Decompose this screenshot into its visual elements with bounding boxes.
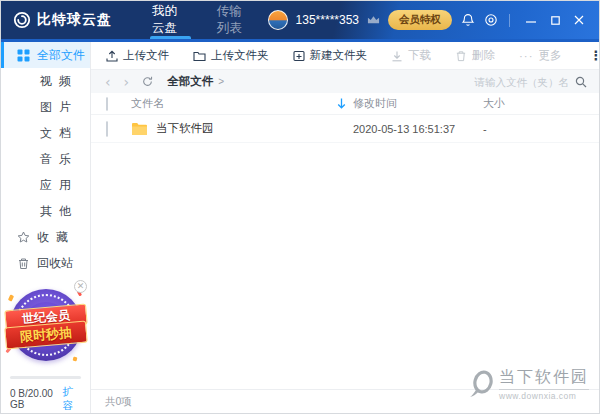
column-header-name[interactable]: 文件名 <box>131 96 329 111</box>
item-count: 共0项 <box>105 395 132 409</box>
sidebar-item-videos[interactable]: 视频 <box>1 68 90 94</box>
sidebar-item-others[interactable]: 其他 <box>1 198 90 224</box>
title-bar: 比特球云盘 我的云盘 传输列表 135*****353 会员特权 <box>1 1 599 39</box>
watermark-site-name: 当下软件园 <box>499 367 589 388</box>
sidebar-item-label: 文档 <box>40 125 78 142</box>
promo-badge[interactable]: 世纪会员 限时秒抽 <box>7 285 85 365</box>
sidebar-item-images[interactable]: 图片 <box>1 94 90 120</box>
sidebar-item-label: 回收站 <box>37 255 73 272</box>
toolbar: 上传文件 上传文件夹 新建文件夹 下载 删除 <box>91 42 599 69</box>
upload-file-button[interactable]: 上传文件 <box>106 48 169 63</box>
delete-button[interactable]: 删除 <box>455 48 495 63</box>
main-tabs: 我的云盘 传输列表 <box>138 1 268 39</box>
back-arrow-icon[interactable]: ‹ <box>105 75 111 89</box>
sidebar-item-label: 全部文件 <box>37 47 85 64</box>
sort-desc-icon[interactable] <box>337 98 346 109</box>
watermark-site-url: www.downxia.com <box>499 389 589 401</box>
promo-banner: ✕ 世纪会员 限时秒抽 <box>1 278 90 372</box>
upload-icon <box>106 50 118 62</box>
minimize-button[interactable] <box>521 10 541 30</box>
confetti <box>72 357 77 362</box>
sidebar-item-documents[interactable]: 文档 <box>1 120 90 146</box>
crown-icon <box>367 15 380 25</box>
settings-icon[interactable] <box>483 13 498 28</box>
vip-privileges-button[interactable]: 会员特权 <box>388 10 452 30</box>
search-input[interactable] <box>459 76 569 88</box>
search-icon[interactable] <box>575 76 587 88</box>
kebab-menu-icon[interactable]: ⋮ <box>586 49 600 62</box>
refresh-icon[interactable] <box>142 76 153 87</box>
select-all-checkbox[interactable] <box>106 97 108 111</box>
file-name: 当下软件园 <box>156 121 214 136</box>
tab-my-cloud[interactable]: 我的云盘 <box>138 1 203 39</box>
maximize-button[interactable] <box>545 10 565 30</box>
download-icon <box>391 50 403 62</box>
breadcrumb-bar: ‹ › 全部文件 > <box>91 69 599 93</box>
sidebar-item-recycle-bin[interactable]: 回收站 <box>1 250 90 276</box>
sidebar-item-apps[interactable]: 应用 <box>1 172 90 198</box>
new-folder-button[interactable]: 新建文件夹 <box>293 48 368 63</box>
sidebar-item-label: 图片 <box>40 99 78 116</box>
storage-progress-bar <box>10 376 81 379</box>
folder-icon <box>131 122 148 136</box>
more-button[interactable]: ··· 更多 <box>519 48 562 63</box>
downxia-logo-icon <box>469 370 495 398</box>
forward-arrow-icon[interactable]: › <box>124 75 130 89</box>
sidebar-item-music[interactable]: 音乐 <box>1 146 90 172</box>
header-divider <box>509 14 510 27</box>
notification-bell-icon[interactable] <box>460 13 475 28</box>
sidebar-item-label: 应用 <box>40 177 78 194</box>
trash-icon <box>17 257 30 270</box>
table-header: 文件名 修改时间 大小 <box>91 93 599 115</box>
empty-area <box>91 143 599 389</box>
breadcrumb-separator: > <box>218 76 224 87</box>
sidebar-item-label: 视频 <box>40 73 78 90</box>
folder-plus-icon <box>293 50 305 62</box>
ellipsis-icon: ··· <box>519 50 534 62</box>
tab-transfer-list[interactable]: 传输列表 <box>203 1 268 39</box>
sidebar-item-label: 音乐 <box>40 151 78 168</box>
watermark: 当下软件园 www.downxia.com <box>469 367 589 401</box>
app-window: 比特球云盘 我的云盘 传输列表 135*****353 会员特权 <box>0 0 600 414</box>
breadcrumb[interactable]: 全部文件 <box>167 74 213 89</box>
user-avatar[interactable] <box>268 10 288 30</box>
close-button[interactable] <box>569 10 589 30</box>
storage-usage: 0 B/20.00 GB <box>10 388 63 410</box>
window-controls <box>521 10 589 30</box>
download-button[interactable]: 下载 <box>391 48 431 63</box>
row-checkbox[interactable] <box>106 121 108 137</box>
table-row[interactable]: 当下软件园 2020-05-13 16:51:37 - <box>91 115 599 143</box>
sidebar-item-all-files[interactable]: 全部文件 <box>1 42 90 68</box>
app-title: 比特球云盘 <box>37 11 112 29</box>
search-box <box>459 76 587 88</box>
sidebar-item-favorites[interactable]: 收藏 <box>1 224 90 250</box>
promo-close-icon[interactable]: ✕ <box>74 280 87 293</box>
app-logo-icon <box>13 11 31 29</box>
grid-icon <box>17 49 30 62</box>
sidebar-item-label: 收藏 <box>37 229 75 246</box>
column-header-size[interactable]: 大小 <box>483 96 543 111</box>
storage-section: 0 B/20.00 GB 扩容 <box>1 372 90 413</box>
sidebar: 全部文件 视频 图片 文档 音乐 应用 其他 收藏 回收站 <box>1 42 91 413</box>
header-right: 135*****353 会员特权 <box>268 10 599 30</box>
folder-icon <box>193 50 206 62</box>
app-logo: 比特球云盘 <box>1 11 126 29</box>
trash-icon <box>455 50 467 62</box>
sidebar-item-label: 其他 <box>40 203 78 220</box>
column-header-modified[interactable]: 修改时间 <box>353 96 483 111</box>
main-panel: 上传文件 上传文件夹 新建文件夹 下载 删除 <box>91 42 599 413</box>
username: 135*****353 <box>296 13 359 27</box>
star-icon <box>17 231 30 244</box>
file-size: - <box>483 123 543 135</box>
expand-storage-link[interactable]: 扩容 <box>63 385 81 413</box>
confetti <box>7 294 13 301</box>
file-modified-time: 2020-05-13 16:51:37 <box>353 123 483 135</box>
upload-folder-button[interactable]: 上传文件夹 <box>193 48 269 63</box>
